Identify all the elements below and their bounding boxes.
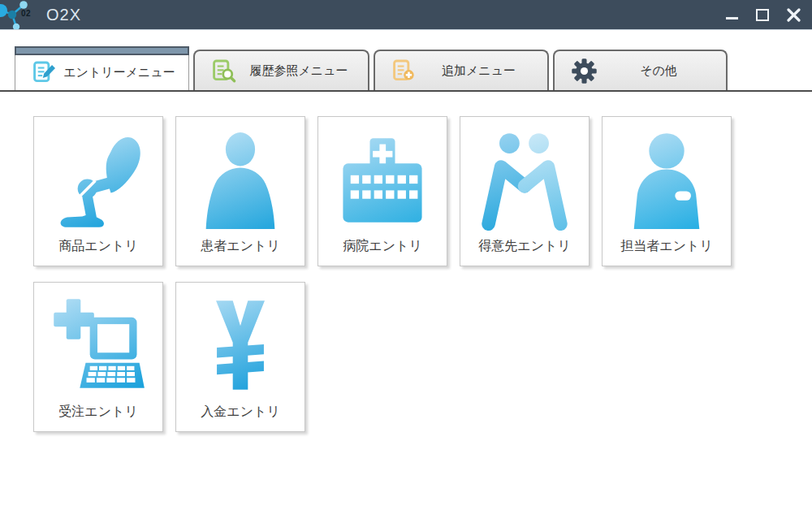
tab-entry-menu[interactable]: エントリーメニュー <box>15 46 189 90</box>
tab-label: エントリーメニュー <box>62 65 177 80</box>
window-controls <box>723 0 802 29</box>
maximize-icon <box>756 9 769 21</box>
history-document-magnifier-icon <box>211 58 236 84</box>
menu-tile-order-entry[interactable]: 受注エントリ <box>33 282 163 432</box>
tile-label: 担当者エントリ <box>620 238 713 255</box>
minimize-icon <box>726 17 738 19</box>
yen-symbol-icon <box>194 283 287 404</box>
prosthetic-leg-icon <box>52 117 145 238</box>
menu-tile-hospital-entry[interactable]: 病院エントリ <box>317 116 447 266</box>
tile-label: 病院エントリ <box>343 238 422 255</box>
tile-label: 商品エントリ <box>58 238 138 255</box>
logo-badge-text: 02 <box>21 9 31 18</box>
tab-label: その他 <box>603 63 715 79</box>
staff-person-badge-icon <box>620 117 713 238</box>
hospital-building-icon <box>336 117 429 238</box>
menu-tile-product-entry[interactable]: 商品エントリ <box>33 116 163 266</box>
window-title: O2X <box>46 0 81 29</box>
tab-add-menu[interactable]: 追加メニュー <box>374 50 549 90</box>
close-button[interactable] <box>784 6 802 24</box>
menu-tile-customer-entry[interactable]: 得意先エントリ <box>460 116 590 266</box>
molecule-logo-icon <box>0 0 37 29</box>
maximize-button[interactable] <box>754 6 771 24</box>
close-icon <box>787 8 801 22</box>
app-logo: 02 <box>0 0 37 29</box>
gear-icon <box>571 58 598 84</box>
menu-tile-patient-entry[interactable]: 患者エントリ <box>175 116 305 266</box>
entry-document-pencil-icon <box>32 60 57 85</box>
tile-label: 入金エントリ <box>201 404 280 421</box>
laptop-medical-cross-icon <box>52 283 145 404</box>
tab-others[interactable]: その他 <box>553 50 728 90</box>
add-document-plus-icon <box>391 58 417 84</box>
tabstrip-baseline <box>0 90 812 92</box>
tab-history-menu[interactable]: 履歴参照メニュー <box>193 50 369 90</box>
tab-label: 履歴参照メニュー <box>241 63 356 79</box>
tile-label: 患者エントリ <box>201 238 280 255</box>
tab-label: 追加メニュー <box>421 63 536 79</box>
active-tab-accent <box>15 46 189 55</box>
minimize-button[interactable] <box>723 6 741 24</box>
handshake-people-icon <box>478 117 571 238</box>
menu-tile-staff-entry[interactable]: 担当者エントリ <box>602 116 732 266</box>
tile-label: 得意先エントリ <box>478 238 571 255</box>
patient-silhouette-icon <box>194 117 287 238</box>
tile-label: 受注エントリ <box>58 404 138 421</box>
menu-tile-deposit-entry[interactable]: 入金エントリ <box>175 282 305 432</box>
titlebar: 02 O2X <box>0 0 812 30</box>
